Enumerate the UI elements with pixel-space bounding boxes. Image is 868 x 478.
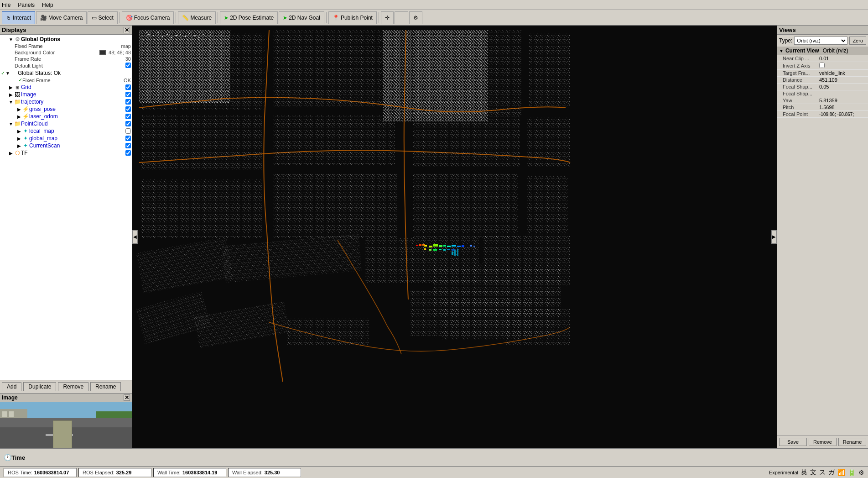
fixed-frame-value: map (121, 43, 131, 49)
views-rename-button[interactable]: Rename (838, 438, 866, 446)
interact-button[interactable]: 🖱 Interact (2, 11, 35, 24)
trajectory-arrow[interactable]: ▼ (8, 100, 14, 105)
nav-goal-icon: ➤ (283, 15, 287, 21)
default-light-label: Default Light (15, 63, 124, 68)
time-panel: 🕐 Time (0, 448, 868, 466)
svg-rect-63 (429, 249, 431, 251)
ros-elapsed-label: ROS Elapsed: (83, 470, 114, 475)
pose-estimate-button[interactable]: ➤ 2D Pose Estimate (220, 11, 278, 24)
wall-elapsed-section: Wall Elapsed: 325.30 (228, 468, 301, 477)
center-panel[interactable]: ◀ (132, 26, 777, 448)
trajectory-item[interactable]: ▼ 📁 trajectory (0, 98, 132, 105)
camera-image-thumbnail (0, 402, 132, 448)
right-collapse-arrow[interactable]: ▶ (771, 230, 777, 244)
tray-icon-3[interactable]: ス (819, 468, 826, 477)
displays-close-button[interactable]: ✕ (124, 27, 130, 33)
tray-icon-1[interactable]: 英 (801, 468, 807, 477)
move-camera-button[interactable]: 🎥 Move Camera (36, 11, 87, 24)
wall-time-label: Wall Time: (157, 470, 181, 475)
local-map-arrow[interactable]: ▶ (16, 129, 22, 134)
laser-checkbox[interactable] (125, 114, 131, 119)
focal-point-row: Focal Point -109.86; -60.867; (777, 111, 868, 118)
tf-arrow[interactable]: ▶ (8, 151, 14, 156)
svg-rect-40 (413, 115, 520, 167)
duplicate-button[interactable]: Duplicate (23, 382, 56, 391)
focus-camera-button[interactable]: 🎯 Focus Camera (122, 11, 174, 24)
svg-rect-55 (447, 246, 451, 247)
trajectory-checkbox[interactable] (125, 99, 131, 105)
right-panel: Views Type: Orbit (rviz) FPS TopDownOrth… (777, 26, 868, 448)
pointcloud-checkbox[interactable] (125, 121, 131, 126)
experimental-label: Experimental (769, 470, 798, 475)
pointcloud-item[interactable]: ▼ 📁 PointCloud (0, 120, 132, 127)
tray-icon-2[interactable]: 文 (810, 468, 816, 477)
menu-panels[interactable]: Panels (18, 2, 35, 8)
gnss-arrow[interactable]: ▶ (16, 107, 22, 112)
grid-checkbox[interactable] (125, 84, 131, 90)
current-scan-item[interactable]: ▶ ✦ CurrentScan (0, 142, 132, 149)
remove-button[interactable]: Remove (58, 382, 88, 391)
current-scan-label: CurrentScan (29, 142, 125, 149)
image-panel-close[interactable]: ✕ (124, 394, 130, 401)
svg-rect-69 (452, 252, 453, 255)
global-status-arrow[interactable]: ▼ (5, 71, 10, 76)
current-scan-checkbox[interactable] (125, 143, 131, 148)
global-map-item[interactable]: ▶ ✦ global_map (0, 135, 132, 142)
global-status-item[interactable]: ✓ ▼ Global Status: Ok (0, 69, 132, 77)
grid-arrow[interactable]: ▶ (8, 85, 14, 90)
laser-odom-item[interactable]: ▶ ⚡ laser_odom (0, 113, 132, 120)
select-button[interactable]: ▭ Select (88, 11, 117, 24)
views-bottom-toolbar: Save Remove Rename (777, 436, 868, 448)
publish-point-button[interactable]: 📍 Publish Point (328, 11, 377, 24)
select-icon: ▭ (92, 15, 97, 21)
camera-button[interactable]: — (395, 11, 408, 24)
status-ff-check: ✓ (18, 77, 22, 83)
global-map-arrow[interactable]: ▶ (16, 136, 22, 141)
laser-arrow[interactable]: ▶ (16, 114, 22, 119)
displays-tree[interactable]: ▼ ⚙ Global Options Fixed Frame map Backg… (0, 35, 132, 380)
gnss-pose-item[interactable]: ▶ ⚡ gnss_pose (0, 105, 132, 113)
menu-help[interactable]: Help (42, 2, 53, 8)
local-map-item[interactable]: ▶ ✦ local_map (0, 127, 132, 135)
views-remove-button[interactable]: Remove (809, 438, 837, 446)
pitch-row: Pitch 1.5698 (777, 104, 868, 111)
image-arrow[interactable]: ▶ (8, 92, 14, 97)
invert-z-checkbox[interactable] (819, 63, 825, 68)
views-zero-button[interactable]: Zero (849, 37, 866, 45)
pointcloud-arrow[interactable]: ▼ (8, 121, 14, 126)
grid-icon: ⊞ (14, 85, 21, 90)
current-scan-arrow[interactable]: ▶ (16, 143, 22, 148)
menu-file[interactable]: File (2, 2, 10, 8)
tray-icon-4[interactable]: ガ (828, 468, 835, 477)
tf-checkbox[interactable] (125, 150, 131, 156)
global-options-item[interactable]: ▼ ⚙ Global Options (0, 36, 132, 43)
views-save-button[interactable]: Save (779, 438, 807, 446)
local-map-checkbox[interactable] (125, 128, 131, 134)
rename-button[interactable]: Rename (90, 382, 121, 391)
nav-goal-button[interactable]: ➤ 2D Nav Goal (279, 11, 324, 24)
settings-button[interactable]: ⚙ (409, 11, 422, 24)
wall-time-value: 1603633814.19 (182, 470, 217, 475)
left-collapse-arrow[interactable]: ◀ (132, 230, 138, 244)
move-camera-icon: 🎥 (40, 15, 47, 21)
battery-icon: 🔋 (848, 469, 856, 476)
global-options-arrow[interactable]: ▼ (8, 37, 14, 42)
svg-rect-35 (274, 30, 397, 108)
current-view-header[interactable]: ▼ Current View Orbit (rviz) (777, 47, 868, 55)
settings-icon: ⚙ (413, 15, 418, 21)
image-checkbox[interactable] (125, 92, 131, 97)
tf-item[interactable]: ▶ ⬡ TF (0, 149, 132, 157)
image-item[interactable]: ▶ 🖼 Image (0, 91, 132, 98)
toolbar-sep-4 (326, 12, 327, 23)
gnss-checkbox[interactable] (125, 106, 131, 112)
bg-color-swatch[interactable] (99, 50, 106, 55)
axes-button[interactable]: ✛ (381, 11, 394, 24)
add-button[interactable]: Add (2, 382, 21, 391)
views-type-select[interactable]: Orbit (rviz) FPS TopDownOrtho (794, 37, 847, 45)
global-map-checkbox[interactable] (125, 136, 131, 141)
measure-button[interactable]: 📏 Measure (178, 11, 216, 24)
grid-item[interactable]: ▶ ⊞ Grid (0, 84, 132, 91)
default-light-checkbox[interactable] (125, 63, 131, 68)
settings-tray-icon[interactable]: ⚙ (858, 469, 864, 476)
focal-shap1-row: Focal Shap... 0.05 (777, 84, 868, 90)
